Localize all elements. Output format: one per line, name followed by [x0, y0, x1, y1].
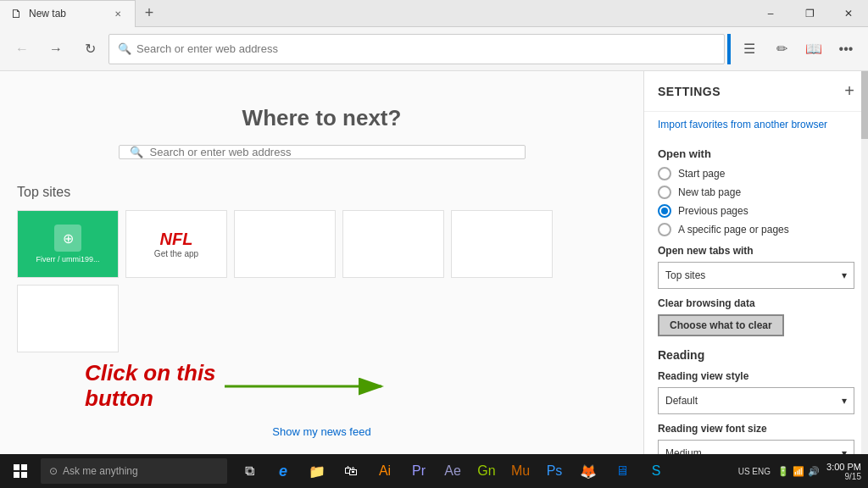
radio-circle-previous[interactable]	[658, 204, 671, 218]
window-controls: – ❐ ✕	[751, 0, 868, 27]
radio-circle-specific[interactable]	[658, 223, 671, 236]
minimize-button[interactable]: –	[751, 0, 790, 27]
open-with-label: Open with	[658, 147, 854, 160]
start-button[interactable]	[0, 454, 41, 488]
windows-icon	[13, 463, 28, 479]
reading-view-style-label: Reading view style	[658, 370, 854, 382]
gn-icon[interactable]: Gn	[471, 454, 502, 488]
new-tab-button[interactable]: +	[136, 0, 163, 27]
reading-view-font-value: Medium	[665, 447, 702, 454]
top-sites-section: Top sites ⊕ Fiverr / ummi199... NFL Get …	[17, 185, 626, 352]
annotation-container: Click on this button	[85, 361, 626, 412]
top-sites-label: Top sites	[17, 185, 626, 200]
clear-browsing-section: Clear browsing data Choose what to clear	[658, 297, 854, 336]
more-button[interactable]: •••	[831, 34, 861, 64]
show-news-link[interactable]: Show my news feed	[272, 425, 370, 438]
back-button[interactable]: ←	[7, 34, 37, 64]
battery-icon: 🔋	[777, 466, 789, 477]
web-note-button[interactable]: ✏	[766, 34, 797, 64]
tab-close-button[interactable]: ✕	[111, 8, 125, 20]
volume-icon: 🔊	[808, 466, 820, 477]
search-icon: 🔍	[130, 146, 143, 158]
restore-button[interactable]: ❐	[790, 0, 829, 27]
reading-view-button[interactable]: 📖	[798, 34, 829, 64]
pr-icon[interactable]: Pr	[403, 454, 434, 488]
reading-label: Reading	[658, 348, 854, 362]
reading-view-font-select[interactable]: Medium ▾	[658, 440, 854, 454]
annotation-line2: button	[85, 385, 153, 411]
store-icon[interactable]: 🛍	[336, 454, 366, 488]
address-input[interactable]	[136, 42, 715, 55]
forward-button[interactable]: →	[41, 34, 71, 64]
site-tile-fiverr[interactable]: ⊕ Fiverr / ummi199...	[17, 210, 119, 278]
settings-panel: SETTINGS + Import favorites from another…	[643, 71, 868, 454]
toolbar-right: ☰ ✏ 📖 •••	[734, 34, 861, 64]
nfl-logo: NFL	[160, 230, 193, 249]
radio-new-tab-page[interactable]: New tab page	[658, 186, 854, 199]
address-accent	[727, 34, 731, 64]
svg-rect-3	[21, 464, 27, 470]
date-display: 9/15	[845, 472, 861, 481]
open-with-radio-group: Start page New tab page Previous pages A…	[658, 167, 854, 236]
site-tile-nfl[interactable]: NFL Get the app	[125, 210, 227, 278]
annotation-text: Click on this button	[85, 361, 216, 412]
settings-add-icon[interactable]: +	[844, 81, 854, 101]
nfl-label: Get the app	[154, 249, 198, 258]
scrollbar-thumb[interactable]	[861, 71, 868, 139]
explorer-icon[interactable]: 📁	[302, 454, 332, 488]
svg-rect-5	[21, 472, 27, 478]
open-new-tabs-select[interactable]: Top sites ▾	[658, 262, 854, 289]
radio-previous-pages[interactable]: Previous pages	[658, 204, 854, 218]
hub-button[interactable]: ☰	[734, 34, 765, 64]
search-bar[interactable]: 🔍	[119, 145, 526, 159]
mu-icon[interactable]: Mu	[505, 454, 536, 488]
app-icon[interactable]: 🖥	[607, 454, 637, 488]
top-sites-grid: ⊕ Fiverr / ummi199... NFL Get the app	[17, 210, 626, 352]
import-favorites-link[interactable]: Import favorites from another browser	[658, 112, 854, 137]
browser-window: 🗋 New tab ✕ + – ❐ ✕ ← → ↻ 🔍 ☰ ✏ 📖 •••	[0, 0, 868, 454]
fiverr-label: Fiverr / ummi199...	[36, 255, 99, 263]
radio-circle-newtab[interactable]	[658, 186, 671, 199]
tab-favicon: 🗋	[10, 7, 22, 20]
site-tile-empty-2[interactable]	[342, 210, 444, 278]
site-tile-empty-3[interactable]	[451, 210, 553, 278]
ae-icon[interactable]: Ae	[437, 454, 468, 488]
radio-specific-page[interactable]: A specific page or pages	[658, 223, 854, 236]
open-new-tabs-value: Top sites	[665, 269, 705, 281]
chevron-down-icon: ▾	[842, 269, 847, 281]
toolbar: ← → ↻ 🔍 ☰ ✏ 📖 •••	[0, 27, 868, 71]
svg-rect-4	[14, 472, 19, 478]
time-display: 3:00 PM	[826, 462, 861, 472]
ff-icon[interactable]: 🦊	[573, 454, 604, 488]
reading-view-style-select[interactable]: Default ▾	[658, 387, 854, 414]
taskbar-icons: ⧉ e 📁 🛍 Ai Pr Ae Gn Mu Ps 🦊 🖥 S	[234, 454, 671, 488]
site-tile-empty-1[interactable]	[234, 210, 336, 278]
taskbar-search[interactable]: ⊙ Ask me anything	[41, 458, 227, 484]
taskbar-locale: US ENG	[738, 467, 771, 476]
skype-icon[interactable]: S	[641, 454, 671, 488]
taskbar-search-label: Ask me anything	[63, 465, 138, 477]
task-view-button[interactable]: ⧉	[234, 454, 264, 488]
chevron-down-icon-2: ▾	[842, 395, 847, 407]
choose-what-to-clear-button[interactable]: Choose what to clear	[658, 314, 784, 336]
search-input[interactable]	[150, 146, 515, 158]
radio-circle-start[interactable]	[658, 167, 671, 180]
svg-rect-2	[14, 464, 19, 470]
title-bar: 🗋 New tab ✕ + – ❐ ✕	[0, 0, 868, 27]
close-button[interactable]: ✕	[829, 0, 868, 27]
new-tab-page: Where to next? 🔍 Top sites ⊕ Fiverr / um…	[0, 71, 643, 454]
taskbar: ⊙ Ask me anything ⧉ e 📁 🛍 Ai Pr Ae Gn Mu…	[0, 454, 868, 488]
radio-start-page[interactable]: Start page	[658, 167, 854, 180]
ai-icon[interactable]: Ai	[370, 454, 400, 488]
browser-tab[interactable]: 🗋 New tab ✕	[0, 0, 136, 27]
radio-label-newtab: New tab page	[678, 186, 741, 198]
site-tile-empty-4[interactable]	[17, 285, 119, 352]
main-content: Where to next? 🔍 Top sites ⊕ Fiverr / um…	[0, 71, 868, 454]
scrollbar-track[interactable]	[861, 71, 868, 454]
ps-icon[interactable]: Ps	[539, 454, 570, 488]
radio-label-specific: A specific page or pages	[678, 224, 789, 236]
address-bar[interactable]: 🔍	[108, 34, 725, 64]
edge-icon[interactable]: e	[268, 454, 298, 488]
radio-label-previous: Previous pages	[678, 205, 748, 217]
refresh-button[interactable]: ↻	[75, 34, 105, 64]
